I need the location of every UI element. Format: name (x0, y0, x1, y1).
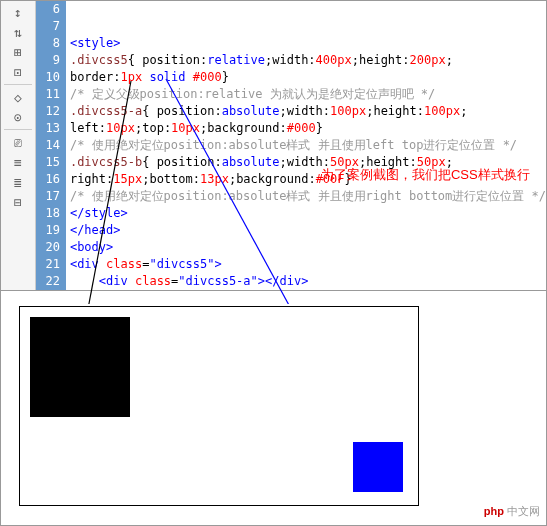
code-line[interactable]: /* 使用绝对定位position:absolute样式 并且使用left to… (70, 137, 546, 154)
line-number: 10 (36, 69, 60, 86)
tool-icon[interactable]: ≡ (8, 153, 28, 171)
code-area[interactable]: 678910111213141516171819202122 <style>.d… (36, 1, 546, 290)
code-line[interactable]: <div class="divcss5-a"></div> (70, 273, 546, 290)
watermark-brand: php (484, 505, 504, 517)
tool-icon[interactable]: ⊡ (8, 63, 28, 81)
line-number: 7 (36, 18, 60, 35)
line-number: 14 (36, 137, 60, 154)
line-number: 13 (36, 120, 60, 137)
tool-icon[interactable]: ↕ (8, 3, 28, 21)
tool-icon[interactable]: ⊙ (8, 108, 28, 126)
line-number: 11 (36, 86, 60, 103)
code-line[interactable]: .divcss5{ position:relative;width:400px;… (70, 52, 546, 69)
line-number: 21 (36, 256, 60, 273)
editor-pane: ↕ ⇅ ⊞ ⊡ ◇ ⊙ ⎚ ≡ ≣ ⊟ 67891011121314151617… (1, 1, 546, 291)
code-line[interactable]: <style> (70, 35, 546, 52)
code-line[interactable]: /* 使用绝对定位position:absolute样式 并且使用right b… (70, 188, 546, 205)
tool-icon[interactable]: ⊟ (8, 193, 28, 211)
code-line[interactable]: </head> (70, 222, 546, 239)
line-number: 22 (36, 273, 60, 290)
watermark: php 中文网 (484, 504, 540, 519)
editor-sidebar: ↕ ⇅ ⊞ ⊡ ◇ ⊙ ⎚ ≡ ≣ ⊟ (1, 1, 36, 290)
line-gutter: 678910111213141516171819202122 (36, 1, 66, 290)
line-number: 9 (36, 52, 60, 69)
tool-icon[interactable]: ⇅ (8, 23, 28, 41)
preview-blue-box (353, 442, 403, 492)
preview-pane (11, 304, 536, 515)
line-number: 12 (36, 103, 60, 120)
line-number: 18 (36, 205, 60, 222)
code-line[interactable]: right:15px;bottom:13px;background:#00F} (70, 171, 546, 188)
line-number: 17 (36, 188, 60, 205)
code-line[interactable]: </style> (70, 205, 546, 222)
code-line[interactable]: .divcss5-b{ position:absolute;width:50px… (70, 154, 546, 171)
tool-icon[interactable]: ◇ (8, 88, 28, 106)
code-line[interactable]: border:1px solid #000} (70, 69, 546, 86)
code-line[interactable]: .divcss5-a{ position:absolute;width:100p… (70, 103, 546, 120)
code-line[interactable]: <body> (70, 239, 546, 256)
tool-icon[interactable]: ≣ (8, 173, 28, 191)
code-line[interactable]: <div class="divcss5"> (70, 256, 546, 273)
preview-container (19, 306, 419, 506)
watermark-text: 中文网 (507, 505, 540, 517)
line-number: 15 (36, 154, 60, 171)
line-number: 20 (36, 239, 60, 256)
code-line[interactable]: /* 定义父级position:relative 为就认为是绝对定位声明吧 */ (70, 86, 546, 103)
tool-icon[interactable]: ⎚ (8, 133, 28, 151)
line-number: 6 (36, 1, 60, 18)
tool-icon[interactable]: ⊞ (8, 43, 28, 61)
code-line[interactable]: left:10px;top:10px;background:#000} (70, 120, 546, 137)
preview-black-box (30, 317, 130, 417)
line-number: 19 (36, 222, 60, 239)
line-number: 8 (36, 35, 60, 52)
code-content[interactable]: <style>.divcss5{ position:relative;width… (66, 1, 546, 290)
line-number: 16 (36, 171, 60, 188)
